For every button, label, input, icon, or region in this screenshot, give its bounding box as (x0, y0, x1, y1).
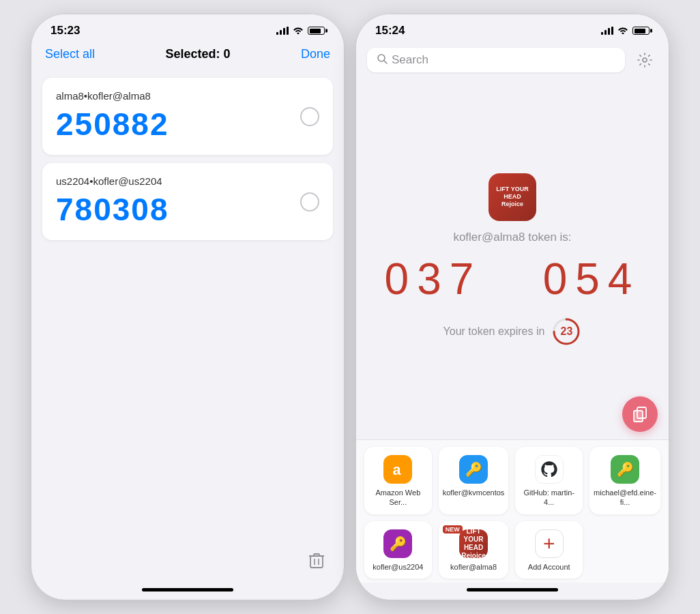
grid-item-michael[interactable]: 🔑 michael@efd.eine-fi... (589, 447, 660, 514)
grid-icon-add: + (535, 529, 564, 558)
token-label: kofler@alma8 token is: (453, 231, 571, 244)
copy-button[interactable] (622, 396, 658, 432)
grid-item-github[interactable]: GitHub: martin-4... (515, 447, 583, 514)
search-icon (377, 53, 388, 67)
bottom-bar-left (31, 544, 344, 583)
grid-label-kofler-kv: kofler@kvmcentos (443, 488, 505, 497)
new-badge: NEW (443, 525, 463, 533)
grid-label-us2204: kofler@us2204 (373, 562, 423, 572)
status-time-left: 15:23 (50, 24, 80, 38)
token-part1: 037 (385, 254, 482, 304)
svg-text:a: a (393, 461, 402, 478)
settings-button[interactable] (632, 47, 658, 73)
grid-icon-alma8: LIFT YOUR HEADRejoice (459, 529, 488, 558)
grid-label-github: GitHub: martin-4... (519, 488, 579, 508)
countdown-circle: 23 (551, 317, 581, 347)
signal-icon-right (601, 27, 613, 35)
grid-icon-us2204: 🔑 (383, 529, 412, 558)
search-placeholder: Search (392, 53, 428, 67)
grid-label-add: Add Account (528, 562, 570, 572)
svg-point-6 (643, 58, 647, 62)
account-avatar: LIFT YOUR HEADRejoice (488, 173, 536, 221)
grid-item-amazon[interactable]: a Amazon Web Ser... (364, 447, 432, 514)
selected-count: Selected: 0 (165, 47, 230, 61)
svg-rect-0 (310, 556, 323, 568)
battery-icon-right (632, 27, 650, 35)
done-button[interactable]: Done (301, 47, 330, 61)
left-phone: 15:23 Select all Selected: 0 Done alm (31, 14, 345, 600)
select-all-button[interactable]: Select all (45, 47, 95, 61)
grid-item-add[interactable]: + Add Account (515, 521, 583, 579)
token-area: LIFT YOUR HEADRejoice kofler@alma8 token… (356, 80, 669, 439)
grid-label-alma8: kofler@alma8 (450, 562, 497, 572)
token-code: 037 054 (385, 254, 641, 304)
search-bar-area: Search (356, 42, 669, 80)
grid-icon-amazon: a (383, 455, 412, 484)
grid-icon-michael: 🔑 (611, 455, 639, 484)
nav-bar-left: Select all Selected: 0 Done (31, 42, 344, 70)
status-icons-left (276, 26, 325, 36)
grid-item-alma8[interactable]: NEW LIFT YOUR HEADRejoice kofler@alma8 (439, 521, 509, 579)
status-icons-right (601, 26, 650, 36)
grid-icon-kofler: 🔑 (459, 455, 488, 484)
grid-item-kofler-kv[interactable]: 🔑 kofler@kvmcentos (439, 447, 509, 514)
wifi-icon-right (617, 26, 628, 36)
home-indicator-left (142, 588, 233, 591)
search-field[interactable]: Search (367, 48, 625, 72)
grid-label-michael: michael@efd.eine-fi... (594, 488, 656, 508)
expires-label: Your token expires in (443, 325, 545, 338)
radio-button-0[interactable] (300, 107, 319, 126)
svg-rect-10 (634, 411, 643, 422)
main-content: LIFT YOUR HEADRejoice kofler@alma8 token… (356, 80, 669, 439)
status-bar-left: 15:23 (31, 14, 344, 42)
account-grid-section: a Amazon Web Ser... 🔑 kofler@kvmcentos G… (356, 439, 669, 583)
right-phone: 15:24 Search (355, 14, 669, 600)
account-token-0: 250882 (56, 106, 169, 143)
grid-icon-github (535, 455, 564, 484)
account-info-1: us2204•kofler@us2204 780308 (56, 175, 169, 228)
account-label-0: alma8•kofler@alma8 (56, 90, 169, 102)
account-list: alma8•kofler@alma8 250882 us2204•kofler@… (31, 70, 344, 544)
account-card-1[interactable]: us2204•kofler@us2204 780308 (42, 163, 333, 240)
trash-icon[interactable] (308, 551, 325, 574)
account-info-0: alma8•kofler@alma8 250882 (56, 90, 169, 143)
status-bar-right: 15:24 (356, 14, 669, 42)
svg-line-5 (384, 61, 387, 63)
grid-label-amazon: Amazon Web Ser... (368, 488, 428, 508)
status-time-right: 15:24 (375, 24, 405, 38)
home-indicator-right (467, 588, 558, 591)
signal-icon (276, 27, 289, 35)
account-label-1: us2204•kofler@us2204 (56, 175, 169, 187)
expire-area: Your token expires in 23 (443, 317, 582, 347)
account-grid: a Amazon Web Ser... 🔑 kofler@kvmcentos G… (364, 447, 660, 583)
token-part2: 054 (543, 254, 641, 304)
account-card-0[interactable]: alma8•kofler@alma8 250882 (42, 78, 333, 155)
grid-item-us2204[interactable]: 🔑 kofler@us2204 (364, 521, 432, 579)
account-token-1: 780308 (56, 191, 169, 228)
wifi-icon (293, 26, 304, 36)
countdown-number: 23 (561, 325, 573, 338)
battery-icon (308, 27, 325, 35)
radio-button-1[interactable] (300, 192, 319, 211)
